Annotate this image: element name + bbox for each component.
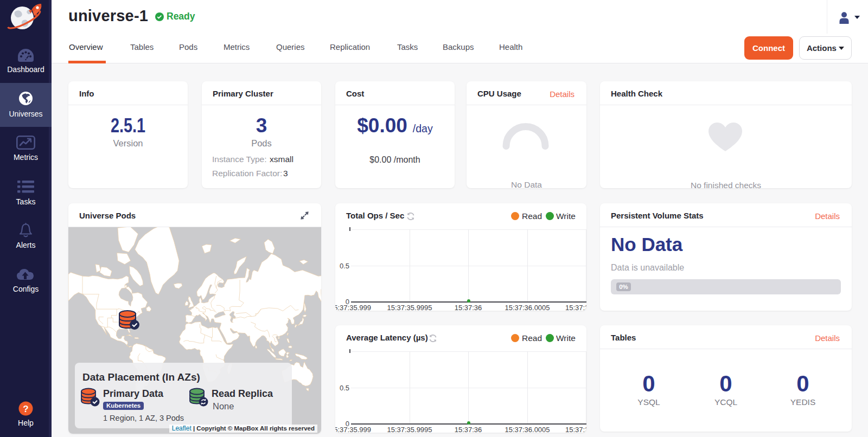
svg-text:?: ? xyxy=(23,404,28,414)
